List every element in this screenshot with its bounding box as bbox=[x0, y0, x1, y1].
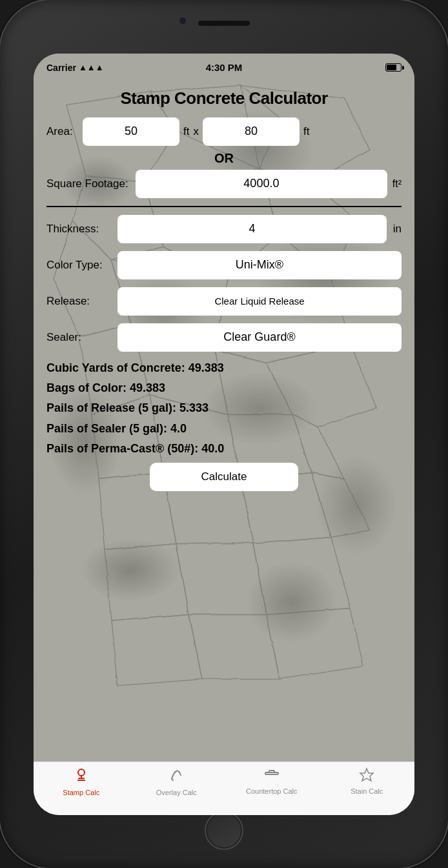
sqft-input[interactable] bbox=[136, 170, 387, 198]
sqft-label: Square Footage: bbox=[46, 177, 130, 190]
status-bar: Carrier ▲▲▲ 4:30 PM bbox=[34, 54, 414, 82]
color-type-input[interactable] bbox=[117, 251, 402, 279]
status-time: 4:30 PM bbox=[206, 62, 243, 73]
sealer-input[interactable] bbox=[117, 323, 402, 352]
sqft-row: Square Footage: ft² bbox=[46, 170, 402, 198]
pails-sealer-result: Pails of Sealer (5 gal): 4.0 bbox=[46, 421, 402, 436]
area-label: Area: bbox=[46, 125, 79, 138]
tab-overlay-calc[interactable]: Overlay Calc bbox=[129, 767, 225, 796]
camera bbox=[179, 17, 187, 25]
countertop-calc-label: Countertop Calc bbox=[246, 787, 298, 795]
stain-calc-label: Stain Calc bbox=[351, 787, 383, 795]
thickness-label: Thickness: bbox=[46, 223, 111, 236]
calculate-button[interactable]: Calculate bbox=[150, 463, 299, 491]
area-height-input[interactable] bbox=[203, 117, 300, 146]
stamp-calc-label: Stamp Calc bbox=[63, 789, 99, 796]
area-height-unit: ft bbox=[303, 125, 309, 138]
release-row: Release: bbox=[46, 287, 402, 316]
tab-bar: Stamp Calc Overlay Calc bbox=[34, 762, 414, 815]
sqft-unit: ft² bbox=[392, 178, 402, 190]
carrier-label: Carrier ▲▲▲ bbox=[46, 63, 104, 73]
tab-stain-calc[interactable]: Stain Calc bbox=[320, 767, 415, 795]
phone-frame: Carrier ▲▲▲ 4:30 PM Stamp Concrete Calcu… bbox=[0, 0, 448, 868]
thickness-unit: in bbox=[393, 223, 402, 236]
release-input[interactable] bbox=[117, 287, 402, 316]
phone-screen: Carrier ▲▲▲ 4:30 PM Stamp Concrete Calcu… bbox=[34, 54, 414, 815]
stamp-calc-icon bbox=[74, 767, 89, 787]
area-row: Area: ft x ft bbox=[46, 117, 402, 146]
release-label: Release: bbox=[46, 295, 111, 308]
tab-countertop-calc[interactable]: Countertop Calc bbox=[224, 767, 320, 795]
divider-line bbox=[46, 206, 402, 207]
thickness-row: Thickness: in bbox=[46, 215, 402, 243]
stain-calc-icon bbox=[359, 767, 374, 785]
overlay-calc-label: Overlay Calc bbox=[156, 789, 197, 796]
overlay-calc-icon bbox=[168, 767, 184, 787]
wifi-icon: ▲▲▲ bbox=[79, 63, 104, 72]
speaker bbox=[198, 21, 250, 26]
bags-color-result: Bags of Color: 49.383 bbox=[46, 381, 402, 396]
results-section: Cubic Yards of Concrete: 49.383 Bags of … bbox=[46, 361, 402, 457]
home-button[interactable] bbox=[205, 811, 243, 850]
svg-marker-5 bbox=[360, 769, 373, 781]
pails-permacast-result: Pails of Perma-Cast® (50#): 40.0 bbox=[46, 441, 402, 456]
cubic-yards-result: Cubic Yards of Concrete: 49.383 bbox=[46, 361, 402, 376]
pails-release-result: Pails of Release (5 gal): 5.333 bbox=[46, 401, 402, 416]
content-area: Stamp Concrete Calculator Area: ft x ft … bbox=[34, 54, 414, 762]
area-width-unit: ft bbox=[183, 125, 189, 138]
status-right bbox=[385, 63, 402, 72]
or-divider: OR bbox=[46, 151, 402, 166]
calc-btn-area: Calculate bbox=[46, 463, 402, 498]
sealer-row: Sealer: bbox=[46, 323, 402, 352]
svg-point-0 bbox=[78, 769, 85, 776]
svg-rect-1 bbox=[265, 772, 278, 774]
battery-icon bbox=[385, 63, 402, 72]
countertop-calc-icon bbox=[263, 767, 280, 785]
color-type-label: Color Type: bbox=[46, 259, 111, 272]
area-width-input[interactable] bbox=[83, 117, 179, 146]
sealer-label: Sealer: bbox=[46, 331, 111, 344]
tab-stamp-calc[interactable]: Stamp Calc bbox=[34, 767, 129, 796]
thickness-input[interactable] bbox=[117, 215, 387, 243]
page-title: Stamp Concrete Calculator bbox=[46, 88, 402, 108]
area-x-divider: x bbox=[193, 125, 199, 138]
color-type-row: Color Type: bbox=[46, 251, 402, 279]
